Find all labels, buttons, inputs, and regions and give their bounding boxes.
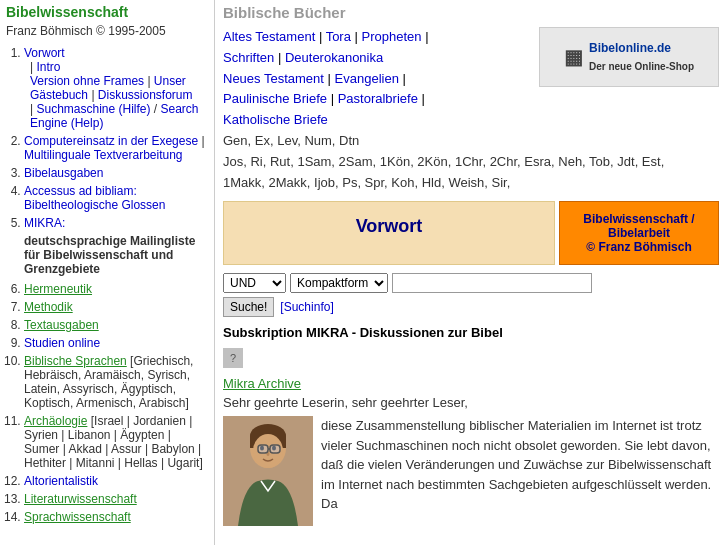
search-button[interactable]: Suche!	[223, 297, 274, 317]
vorwort-box[interactable]: Vorwort	[223, 201, 555, 265]
main-content: Biblische Bücher ▦ Bibelonline.de Der ne…	[215, 0, 727, 545]
main-title: Biblische Bücher	[223, 4, 719, 21]
sidebar-item-9: Studien online	[24, 336, 208, 350]
bottom-section: diese Zusammenstellung biblischer Materi…	[223, 416, 719, 526]
bible-books-section: ▦ Bibelonline.de Der neue Online-Shop Al…	[223, 27, 719, 193]
vorwort-section: Vorwort Bibelwissenschaft / Bibelarbeit©…	[223, 201, 719, 265]
sidebar-item-4: Accessus ad bibliam: Bibeltheologische G…	[24, 184, 208, 212]
bibelwissen-text: Bibelwissenschaft / Bibelarbeit© Franz B…	[583, 212, 694, 254]
svg-rect-10	[270, 445, 280, 453]
vorwort-link[interactable]: Vorwort	[24, 46, 65, 60]
ad-title: Bibelonline.de	[589, 39, 694, 58]
sidebar-item-11: Archäologie [Israel | Jordanien | Syrien…	[24, 414, 208, 470]
sidebar-item-14: Sprachwissenschaft	[24, 510, 208, 524]
suchinfo-link[interactable]: [Suchinfo]	[280, 300, 333, 314]
person-image	[223, 416, 313, 526]
greeting-text: Sehr geehrte Leserin, sehr geehrter Lese…	[223, 395, 719, 410]
bibelwissen-box: Bibelwissenschaft / Bibelarbeit© Franz B…	[559, 201, 719, 265]
sidebar-item-8: Textausgaben	[24, 318, 208, 332]
svg-rect-9	[258, 445, 268, 453]
books-jos: Jos, Ri, Rut, 1Sam, 2Sam, 1Kön, 2Kön, 1C…	[223, 154, 664, 169]
sidebar-item-12: Altorientalistik	[24, 474, 208, 488]
ad-banner[interactable]: ▦ Bibelonline.de Der neue Online-Shop	[539, 27, 719, 87]
sidebar: Bibelwissenschaft Franz Böhmisch © 1995-…	[0, 0, 215, 545]
sidebar-list: Vorwort | Intro Version ohne Frames | Un…	[6, 46, 208, 524]
sidebar-item-1: Vorwort | Intro Version ohne Frames | Un…	[24, 46, 208, 130]
mikra-archive-link[interactable]: Mikra Archive	[223, 376, 719, 391]
vorwort-sub: | Intro Version ohne Frames | Unser Gäst…	[24, 60, 208, 130]
search-section: UND ODER NICHT Kompaktform Vollform	[223, 273, 719, 293]
question-box[interactable]: ?	[223, 348, 243, 368]
search-und-select[interactable]: UND ODER NICHT	[223, 273, 286, 293]
books-at: Altes Testament | Tora | Propheten | Sch…	[223, 29, 429, 127]
description-text: diese Zusammenstellung biblischer Materi…	[321, 416, 719, 526]
search-form-select[interactable]: Kompaktform Vollform	[290, 273, 388, 293]
sidebar-item-13: Literaturwissenschaft	[24, 492, 208, 506]
sidebar-copyright: Franz Böhmisch © 1995-2005	[6, 24, 208, 38]
sidebar-item-10: Biblische Sprachen [Griechisch, Hebräisc…	[24, 354, 208, 410]
ad-subtitle: Der neue Online-Shop	[589, 59, 694, 75]
search-input[interactable]	[392, 273, 592, 293]
ad-icon: ▦	[564, 41, 583, 73]
sidebar-title: Bibelwissenschaft	[6, 4, 208, 20]
search-buttons: Suche! [Suchinfo]	[223, 297, 719, 317]
sidebar-item-7: Methodik	[24, 300, 208, 314]
sidebar-item-3: Bibelausgaben	[24, 166, 208, 180]
sidebar-item-2: Computereinsatz in der Exegese | Multili…	[24, 134, 208, 162]
books-makk: 1Makk, 2Makk, Ijob, Ps, Spr, Koh, Hld, W…	[223, 173, 603, 194]
sidebar-item-6: Hermeneutik	[24, 282, 208, 296]
mikra-header: Subskription MIKRA - Diskussionen zur Bi…	[223, 325, 719, 340]
mikra-desc: deutschsprachige Mailingliste für Bibelw…	[24, 234, 208, 276]
sidebar-item-5: MIKRA: deutschsprachige Mailingliste für…	[24, 216, 208, 276]
books-gen: Gen, Ex, Lev, Num, Dtn	[223, 133, 359, 148]
